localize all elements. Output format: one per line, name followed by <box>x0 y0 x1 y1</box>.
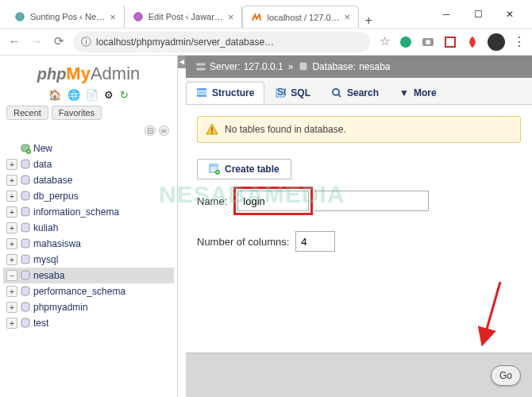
db-item-test[interactable]: +test <box>3 315 174 331</box>
pma-sidebar: phpMyAdmin 🏠 🌐 📄 ⚙ ↻ Recent Favorites ⊟ … <box>0 56 178 397</box>
reload-button[interactable]: ⟳ <box>51 34 67 50</box>
db-label: performance_schema <box>33 286 125 297</box>
docs-icon[interactable]: 📄 <box>86 89 98 101</box>
expand-icon[interactable]: + <box>6 206 17 218</box>
svg-rect-5 <box>445 37 455 47</box>
expand-icon[interactable]: + <box>6 175 17 186</box>
close-icon[interactable]: × <box>228 11 234 23</box>
window-close[interactable]: ✕ <box>494 9 526 20</box>
database-icon <box>20 175 31 186</box>
columns-input[interactable] <box>295 231 335 252</box>
table-name-extra[interactable] <box>314 191 429 211</box>
pma-logo: phpMyAdmin <box>3 60 174 86</box>
tab-structure[interactable]: Structure <box>186 82 264 104</box>
tab-more[interactable]: ▼ More <box>389 82 447 104</box>
database-icon <box>20 191 31 202</box>
extension-icon[interactable] <box>465 35 480 49</box>
database-icon <box>20 318 31 329</box>
home-icon[interactable]: 🏠 <box>48 89 61 101</box>
database-icon <box>20 286 31 297</box>
create-table-legend: Create table <box>197 159 291 179</box>
warning-text: No tables found in database. <box>225 124 346 135</box>
tab-sql[interactable]: SQL SQL <box>264 82 321 104</box>
bookmark-icon[interactable]: ☆ <box>376 34 392 50</box>
db-item-mysql[interactable]: +mysql <box>3 252 174 268</box>
settings-icon[interactable]: ⚙ <box>104 89 114 101</box>
expand-icon[interactable]: + <box>6 238 17 249</box>
extension-icon[interactable] <box>399 35 413 49</box>
url-input[interactable] <box>96 37 362 48</box>
close-icon[interactable]: × <box>345 11 351 23</box>
link-icon[interactable]: ∞ <box>159 125 169 136</box>
profile-avatar[interactable] <box>488 33 505 51</box>
db-label: database <box>33 175 72 186</box>
svg-text:SQL: SQL <box>277 87 286 98</box>
svg-point-27 <box>333 89 339 95</box>
close-icon[interactable]: × <box>110 11 116 23</box>
new-db-label: New <box>33 143 52 154</box>
svg-rect-28 <box>211 127 213 131</box>
go-button[interactable]: Go <box>491 365 521 386</box>
address-bar[interactable]: ⓘ <box>73 32 370 52</box>
breadcrumb-separator: » <box>288 61 294 72</box>
browser-tab-2[interactable]: localhost / 127.0… × <box>242 6 359 28</box>
site-info-icon[interactable]: ⓘ <box>81 35 91 49</box>
svg-rect-20 <box>196 67 206 71</box>
breadcrumb-database[interactable]: Database: nesaba <box>298 61 390 72</box>
svg-point-4 <box>426 40 430 44</box>
db-label: phpmyadmin <box>33 302 88 313</box>
window-minimize[interactable]: ─ <box>430 9 462 20</box>
table-name-input[interactable] <box>237 191 309 211</box>
db-item-information_schema[interactable]: +information_schema <box>3 204 174 220</box>
sidebar-tab-recent[interactable]: Recent <box>6 106 48 120</box>
reload-icon[interactable]: ↻ <box>120 89 129 101</box>
favicon-icon <box>14 11 25 22</box>
db-item-data[interactable]: +data <box>3 156 174 172</box>
db-item-db_perpus[interactable]: +db_perpus <box>3 188 174 204</box>
browser-menu[interactable]: ⋮ <box>513 34 526 49</box>
db-label: mahasiswa <box>33 238 81 249</box>
extension-icon[interactable] <box>443 35 457 49</box>
db-item-kuliah[interactable]: +kuliah <box>3 220 174 236</box>
expand-icon[interactable]: + <box>6 191 17 202</box>
expand-icon[interactable]: + <box>6 302 17 313</box>
columns-label: Number of columns: <box>197 236 289 248</box>
svg-point-1 <box>134 13 143 21</box>
db-label: db_perpus <box>33 191 79 202</box>
tab-title: Sunting Pos ‹ Ne… <box>30 12 105 21</box>
expand-icon[interactable]: + <box>6 222 17 233</box>
window-maximize[interactable]: ☐ <box>462 9 494 20</box>
expand-icon[interactable]: + <box>6 286 17 297</box>
db-item-database[interactable]: +database <box>3 172 174 188</box>
sidebar-tab-favorites[interactable]: Favorites <box>52 106 102 120</box>
tab-search[interactable]: Search <box>321 82 389 104</box>
logout-icon[interactable]: 🌐 <box>67 89 80 101</box>
breadcrumb-server[interactable]: Server: 127.0.0.1 <box>195 61 283 72</box>
forward-button[interactable]: → <box>29 34 44 50</box>
db-item-nesaba[interactable]: −nesaba <box>3 268 174 283</box>
db-item-performance_schema[interactable]: +performance_schema <box>3 283 174 299</box>
expand-icon[interactable]: + <box>6 318 17 329</box>
db-item-mahasiswa[interactable]: +mahasiswa <box>3 236 174 252</box>
new-tab-button[interactable]: + <box>359 13 378 28</box>
expand-icon[interactable]: − <box>6 270 17 281</box>
extension-icon[interactable] <box>421 35 435 49</box>
database-icon <box>20 222 31 233</box>
db-label: information_schema <box>33 206 119 218</box>
browser-tab-0[interactable]: Sunting Pos ‹ Ne… × <box>6 6 125 28</box>
svg-rect-23 <box>197 91 206 94</box>
new-db-link[interactable]: New <box>3 141 174 156</box>
expand-icon[interactable]: + <box>6 254 17 265</box>
db-item-phpmyadmin[interactable]: +phpmyadmin <box>3 299 174 315</box>
database-icon <box>20 302 31 313</box>
tab-title: localhost / 127.0… <box>267 13 339 22</box>
db-label: test <box>33 318 48 329</box>
browser-tab-1[interactable]: Edit Post ‹ Jawar… × <box>125 6 243 28</box>
pma-favicon-icon <box>251 12 262 23</box>
expand-icon[interactable]: + <box>6 159 17 170</box>
warning-icon <box>206 123 218 136</box>
back-button[interactable]: ← <box>6 34 22 50</box>
collapse-all-icon[interactable]: ⊟ <box>145 125 156 136</box>
table-add-icon <box>209 164 220 175</box>
sidebar-collapse-handle[interactable]: ◄ <box>178 56 186 68</box>
